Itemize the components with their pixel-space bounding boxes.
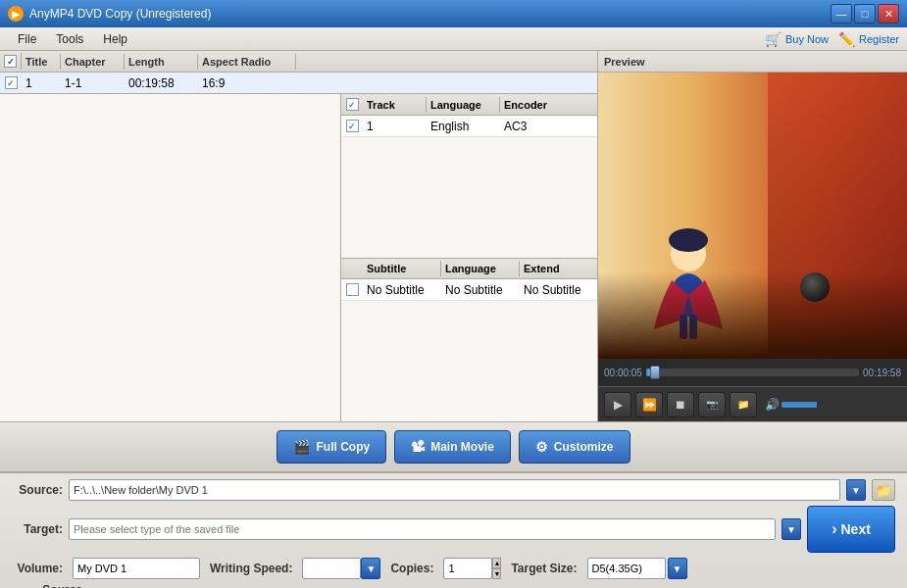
next-chevron: › — [831, 520, 836, 538]
fast-forward-button[interactable]: ⏩ — [635, 392, 663, 417]
register-icon: ✏️ — [838, 31, 855, 47]
sub-row-check — [341, 283, 363, 296]
source-dropdown-button[interactable]: ▼ — [846, 479, 866, 501]
register-label: Register — [859, 33, 899, 45]
main-movie-button[interactable]: 📽 Main Movie — [394, 430, 511, 464]
close-button[interactable]: ✕ — [878, 4, 899, 24]
target-dropdown-button[interactable]: ▼ — [781, 518, 801, 540]
writing-speed-input[interactable] — [302, 558, 361, 579]
row-checkbox[interactable] — [5, 76, 18, 89]
language-label: Language — [427, 97, 500, 113]
copies-up-button[interactable]: ▲ — [492, 558, 501, 568]
target-size-input[interactable] — [587, 558, 666, 579]
source-folder-button[interactable]: 📁 — [872, 479, 895, 501]
header-actions: 🛒 Buy Now ✏️ Register — [765, 31, 899, 47]
play-button[interactable]: ▶ — [604, 392, 631, 417]
folder-button[interactable]: 📁 — [730, 392, 757, 417]
mode-buttons: 🎬 Full Copy 📽 Main Movie ⚙ Customize — [0, 421, 907, 472]
volume-input[interactable] — [73, 558, 200, 579]
select-all-checkbox[interactable] — [4, 55, 17, 68]
screenshot-button[interactable]: 📷 — [698, 392, 726, 417]
row-length: 00:19:58 — [125, 74, 198, 92]
progress-bar[interactable] — [646, 368, 859, 376]
maximize-button[interactable]: □ — [854, 4, 876, 24]
writing-speed-label: Writing Speed: — [210, 562, 292, 575]
menu-file[interactable]: File — [8, 30, 46, 48]
table-area: Title Chapter Length Aspect Radio 1 1-1 … — [0, 51, 598, 421]
source-size-label: Source Size: — [12, 583, 82, 588]
target-size-dropdown[interactable]: ▼ — [668, 558, 687, 579]
buy-now-button[interactable]: 🛒 Buy Now — [765, 31, 829, 47]
track-row-check — [341, 120, 363, 132]
volume-bar[interactable] — [781, 402, 840, 408]
menu-tools[interactable]: Tools — [46, 30, 93, 48]
main-movie-label: Main Movie — [430, 440, 494, 454]
track-row-checkbox[interactable] — [346, 120, 359, 132]
audio-track-header: Track Language Encoder — [341, 94, 597, 116]
preview-label: Preview — [598, 51, 907, 73]
subtitle-col-label: Subtitle — [363, 261, 441, 276]
track-label: Track — [363, 97, 427, 113]
copies-down-button[interactable]: ▼ — [492, 568, 501, 579]
menu-bar: File Tools Help 🛒 Buy Now ✏️ Register — [0, 27, 907, 51]
target-next-row: Target: ▼ › Next — [12, 506, 895, 553]
writing-speed-dropdown[interactable]: ▼ — [361, 558, 380, 579]
target-size-label: Target Size: — [511, 562, 577, 575]
register-button[interactable]: ✏️ Register — [838, 31, 899, 47]
video-thumbnail-area — [0, 94, 341, 421]
track-all-checkbox[interactable] — [346, 98, 359, 111]
track-num: 1 — [363, 118, 427, 135]
volume-icon: 🔊 — [765, 398, 780, 412]
sub-ext: No Subtitle — [520, 281, 597, 299]
track-check-header — [341, 98, 363, 111]
next-button[interactable]: › Next — [807, 506, 895, 553]
options-row: Volume: Writing Speed: ▼ Copies: ▲ ▼ Tar… — [12, 558, 895, 579]
row-title: 1 — [22, 74, 61, 92]
copies-input[interactable] — [443, 558, 492, 579]
track-subtitle-right: Track Language Encoder 1 English AC3 — [341, 94, 597, 421]
length-header: Length — [125, 54, 198, 70]
row-chapter: 1-1 — [61, 74, 125, 92]
writing-speed-control: ▼ — [302, 558, 380, 579]
customize-button[interactable]: ⚙ Customize — [519, 430, 630, 464]
sub-value: No Subtitle — [363, 281, 441, 299]
encoder-label: Encoder — [500, 97, 597, 113]
black-ball — [800, 272, 830, 302]
subtitle-spacer — [341, 301, 597, 421]
app-icon: ▶ — [8, 6, 24, 22]
gear-icon: ⚙ — [535, 439, 548, 455]
track-enc: AC3 — [500, 118, 597, 135]
buy-label: Buy Now — [785, 33, 829, 45]
playback-controls: ▶ ⏩ ⏹ 📷 📁 🔊 — [598, 386, 907, 421]
progress-handle[interactable] — [650, 366, 660, 379]
app-title: AnyMP4 DVD Copy (Unregistered) — [29, 7, 831, 21]
full-copy-button[interactable]: 🎬 Full Copy — [277, 430, 386, 464]
track-subtitle-section: Track Language Encoder 1 English AC3 — [0, 94, 597, 421]
source-size-row: Source Size: 1GB 2GB 3GB 4GB 5GB 6GB 7GB… — [12, 583, 895, 588]
target-input[interactable] — [69, 518, 776, 540]
window-controls: — □ ✕ — [831, 4, 899, 24]
check-header — [0, 53, 22, 70]
copies-spinner: ▲ ▼ — [492, 558, 501, 579]
stop-button[interactable]: ⏹ — [667, 392, 694, 417]
target-size-control: ▼ — [587, 558, 687, 579]
source-input[interactable] — [69, 479, 840, 501]
video-table-header: Title Chapter Length Aspect Radio — [0, 51, 597, 73]
sub-lang: No Subtitle — [441, 281, 520, 299]
preview-video — [598, 73, 907, 359]
subtitle-row: No Subtitle No Subtitle No Subtitle — [341, 279, 597, 301]
movie-icon: 📽 — [411, 439, 425, 455]
preview-area: Preview — [598, 51, 907, 421]
menu-help[interactable]: Help — [93, 30, 137, 48]
copies-control: ▲ ▼ — [443, 558, 501, 579]
minimize-button[interactable]: — — [831, 4, 852, 24]
video-frame — [598, 73, 907, 359]
track-spacer — [341, 137, 597, 258]
aspect-header: Aspect Radio — [198, 54, 296, 70]
cart-icon: 🛒 — [765, 31, 781, 47]
current-time: 00:00:05 — [604, 368, 642, 378]
track-lang: English — [427, 118, 500, 135]
sub-row-checkbox[interactable] — [346, 283, 359, 296]
copies-label: Copies: — [390, 562, 433, 575]
film-icon: 🎬 — [293, 439, 310, 455]
